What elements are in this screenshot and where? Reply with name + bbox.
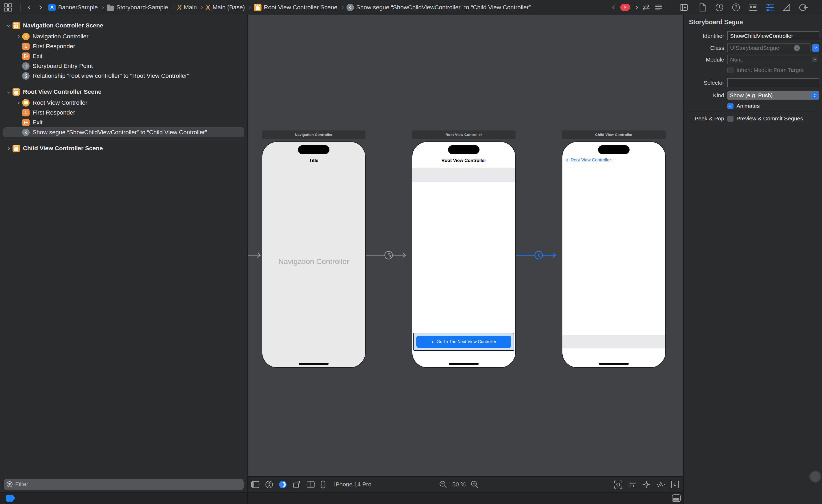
breadcrumb-label: Root View Controller Scene — [264, 4, 337, 11]
align-icon[interactable] — [628, 481, 637, 489]
module-popup[interactable]: None — [727, 55, 819, 64]
embed-icon[interactable] — [671, 481, 679, 489]
chevron-right-icon[interactable] — [17, 35, 19, 38]
chevron-down-icon[interactable] — [7, 24, 10, 27]
breadcrumb-storyboard-base[interactable]: X Main (Base) — [206, 4, 245, 11]
breakpoint-icon[interactable] — [6, 495, 13, 502]
relationship-connector[interactable] — [366, 251, 412, 259]
toggle-outline-icon[interactable] — [251, 481, 260, 488]
breadcrumb-segue[interactable]: Show segue “ShowChildViewController” to … — [347, 4, 531, 11]
identifier-field[interactable] — [727, 31, 819, 40]
outline-row-exit[interactable]: Exit — [0, 51, 247, 61]
outline-section-divider — [5, 83, 242, 83]
kind-popup[interactable]: Show (e.g. Push) — [727, 91, 819, 100]
storyboard-entry-arrow[interactable] — [248, 251, 262, 259]
scene-title-label: Root View Controller — [445, 133, 482, 137]
banner-placeholder-view[interactable] — [412, 168, 515, 182]
floating-circle-button[interactable] — [809, 470, 821, 483]
connections-inspector-tab[interactable] — [799, 2, 808, 13]
class-dropdown-button[interactable] — [812, 44, 819, 52]
canvas-inspector-divider[interactable] — [683, 15, 684, 504]
outline-row-navigation-controller[interactable]: Navigation Controller — [0, 31, 247, 41]
help-inspector-tab[interactable]: ? — [731, 2, 741, 13]
scene-title-navigation-controller[interactable]: Navigation Controller — [262, 130, 366, 139]
split-view-icon[interactable] — [307, 481, 315, 488]
outline-row-root-view-controller[interactable]: Root View Controller — [0, 98, 247, 108]
next-issue-button[interactable] — [634, 5, 638, 9]
zoom-out-icon[interactable] — [439, 481, 447, 489]
selector-field[interactable] — [727, 78, 819, 87]
device-icon[interactable] — [321, 481, 326, 489]
history-inspector-tab[interactable] — [715, 2, 724, 13]
divider — [20, 3, 21, 11]
outline-row-storyboard-entry-point[interactable]: Storyboard Entry Point — [0, 61, 247, 71]
class-combo-field[interactable]: UIStoryboardSegue → — [727, 43, 811, 52]
add-constraints-icon[interactable] — [642, 480, 651, 489]
go-to-next-button[interactable]: Go To The Next View Controller — [416, 336, 511, 348]
storyboard-scene-icon — [254, 4, 262, 11]
previous-issue-button[interactable] — [612, 5, 616, 9]
back-button[interactable]: Root View Controller — [567, 157, 611, 162]
error-badge[interactable]: ✕ — [620, 4, 630, 11]
chevron-down-icon[interactable] — [7, 90, 10, 93]
jump-to-class-icon[interactable]: → — [794, 45, 800, 51]
banner-placeholder-view[interactable] — [562, 335, 665, 348]
animates-checkbox[interactable]: ✓ — [727, 103, 734, 109]
outline-label: First Responder — [32, 43, 75, 50]
zoom-in-icon[interactable] — [471, 481, 479, 489]
selector-input[interactable] — [730, 80, 816, 86]
identifier-input[interactable] — [730, 33, 816, 39]
module-row: Module None — [684, 55, 819, 64]
editor-grid-icon[interactable] — [3, 3, 13, 12]
filter-input[interactable] — [15, 481, 241, 488]
button-selection-outline[interactable]: Go To The Next View Controller — [413, 333, 514, 351]
document-outline: Navigation Controller Scene Navigation C… — [0, 15, 247, 476]
file-inspector-tab[interactable] — [698, 2, 707, 13]
scene-title-child-view-controller[interactable]: Child View Controller — [562, 130, 666, 139]
storyboard-canvas[interactable]: Navigation Controller Root View Controll… — [248, 15, 683, 476]
back-button[interactable] — [28, 5, 32, 10]
chevron-right-icon[interactable] — [17, 101, 19, 104]
size-inspector-tab[interactable] — [782, 2, 791, 13]
breadcrumb-storyboard[interactable]: X Main — [177, 4, 197, 11]
forward-button[interactable] — [38, 5, 42, 10]
outline-row-first-responder[interactable]: 1 First Responder — [0, 108, 247, 117]
orientation-icon[interactable] — [292, 481, 301, 489]
dynamic-island — [448, 145, 479, 154]
inherit-module-checkbox[interactable] — [727, 67, 734, 73]
toolbar-left: A BannerSample Storyboard-Sample X Main … — [0, 0, 531, 15]
peek-pop-checkbox[interactable] — [727, 116, 734, 122]
module-dropdown-icon[interactable] — [812, 57, 817, 62]
update-frames-icon[interactable] — [614, 480, 623, 489]
adjust-editor-options-icon[interactable] — [655, 4, 663, 11]
breadcrumb-project[interactable]: A BannerSample — [48, 4, 98, 11]
outline-row-navigation-controller-scene[interactable]: Navigation Controller Scene — [0, 19, 247, 31]
device-name[interactable]: iPhone 14 Pro — [334, 481, 371, 488]
breadcrumb-separator-icon — [171, 6, 174, 9]
segue-connector-selected[interactable] — [516, 251, 562, 259]
toggle-bottom-bar-icon[interactable] — [672, 494, 681, 502]
appearance-toggle-icon[interactable] — [279, 481, 287, 489]
filter-field[interactable] — [4, 479, 244, 490]
resolve-layout-issues-icon[interactable] — [656, 481, 665, 489]
attributes-inspector-tab[interactable] — [765, 2, 775, 13]
outline-row-first-responder[interactable]: 1 First Responder — [0, 41, 247, 51]
accessibility-icon[interactable] — [265, 481, 273, 489]
breadcrumb-folder[interactable]: Storyboard-Sample — [107, 4, 168, 11]
outline-row-exit[interactable]: Exit — [0, 117, 247, 127]
code-review-icon[interactable] — [642, 4, 650, 11]
outline-row-relationship[interactable]: Relationship "root view controller" to "… — [0, 71, 247, 81]
canvas-bottom-bar: iPhone 14 Pro 50 % — [248, 476, 683, 492]
root-view-controller-canvas[interactable]: Root View Controller Go To The Next View… — [412, 141, 516, 368]
chevron-right-icon[interactable] — [7, 147, 10, 150]
breadcrumb-scene[interactable]: Root View Controller Scene — [254, 4, 337, 11]
outline-row-child-view-controller-scene[interactable]: Child View Controller Scene — [0, 142, 247, 154]
child-view-controller-canvas[interactable]: Root View Controller — [562, 141, 666, 368]
identity-inspector-tab[interactable] — [748, 2, 758, 13]
outline-row-root-view-controller-scene[interactable]: Root View Controller Scene — [0, 86, 247, 98]
sidebar-canvas-divider[interactable] — [247, 15, 248, 504]
navigation-controller-canvas[interactable]: Title Navigation Controller — [262, 141, 366, 368]
zoom-level[interactable]: 50 % — [452, 481, 466, 488]
scene-title-root-view-controller[interactable]: Root View Controller — [412, 130, 516, 139]
outline-row-show-segue-selected[interactable]: Show segue “ShowChildViewController” to … — [3, 127, 244, 137]
